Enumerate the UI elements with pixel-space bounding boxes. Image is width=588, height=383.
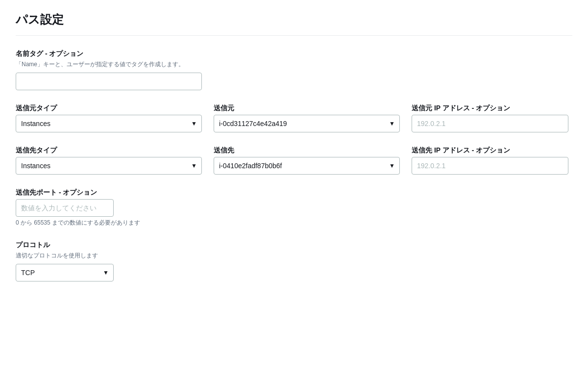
source-ip-input[interactable]	[412, 115, 568, 132]
dest-select[interactable]: i-0410e2fadf87b0b6f	[214, 157, 400, 175]
dest-port-label: 送信先ポート - オプション	[16, 188, 572, 197]
source-label: 送信元	[214, 104, 400, 113]
source-row: 送信元タイプ Instances VPC Subnets IP Addresse…	[16, 104, 572, 132]
source-type-select-wrapper: Instances VPC Subnets IP Addresses ▼	[16, 115, 202, 132]
page-container: パス設定 名前タグ - オプション 「Name」キーと、ユーザーが指定する値でタ…	[0, 0, 588, 383]
source-select-wrapper: i-0cd31127c4e42a419 ▼	[214, 115, 400, 132]
name-tag-description: 「Name」キーと、ユーザーが指定する値でタグを作成します。	[16, 60, 572, 69]
dest-type-label: 送信先タイプ	[16, 146, 202, 155]
source-type-group: 送信元タイプ Instances VPC Subnets IP Addresse…	[16, 104, 202, 132]
protocol-description: 適切なプロトコルを使用します	[16, 252, 572, 260]
dest-select-wrapper: i-0410e2fadf87b0b6f ▼	[214, 157, 400, 175]
dest-port-hint: 0 から 65535 までの数値にする必要があります	[16, 219, 572, 227]
protocol-section: プロコトル 適切なプロトコルを使用します TCP UDP ICMP ▼	[16, 241, 572, 281]
source-type-label: 送信元タイプ	[16, 104, 202, 113]
dest-port-section: 送信先ポート - オプション 0 から 65535 までの数値にする必要がありま…	[16, 188, 572, 227]
dest-port-input[interactable]	[16, 199, 114, 217]
source-ip-label: 送信元 IP アドレス - オプション	[412, 104, 568, 113]
dest-type-group: 送信先タイプ Instances VPC Subnets IP Addresse…	[16, 146, 202, 175]
dest-type-select[interactable]: Instances VPC Subnets IP Addresses	[16, 157, 202, 175]
dest-ip-label: 送信先 IP アドレス - オプション	[412, 146, 568, 155]
dest-group: 送信先 i-0410e2fadf87b0b6f ▼	[214, 146, 400, 175]
name-tag-input[interactable]	[16, 73, 202, 90]
protocol-select-wrapper: TCP UDP ICMP ▼	[16, 264, 114, 281]
dest-label: 送信先	[214, 146, 400, 155]
dest-type-select-wrapper: Instances VPC Subnets IP Addresses ▼	[16, 157, 202, 175]
source-group: 送信元 i-0cd31127c4e42a419 ▼	[214, 104, 400, 132]
page-title: パス設定	[16, 12, 572, 36]
protocol-select[interactable]: TCP UDP ICMP	[16, 264, 114, 281]
name-tag-section: 名前タグ - オプション 「Name」キーと、ユーザーが指定する値でタグを作成し…	[16, 50, 572, 90]
source-type-select[interactable]: Instances VPC Subnets IP Addresses	[16, 115, 202, 132]
name-tag-label: 名前タグ - オプション	[16, 50, 572, 58]
protocol-label: プロコトル	[16, 241, 572, 250]
dest-ip-input[interactable]	[412, 157, 568, 175]
source-select[interactable]: i-0cd31127c4e42a419	[214, 115, 400, 132]
dest-ip-group: 送信先 IP アドレス - オプション	[412, 146, 568, 175]
source-ip-group: 送信元 IP アドレス - オプション	[412, 104, 568, 132]
dest-row: 送信先タイプ Instances VPC Subnets IP Addresse…	[16, 146, 572, 175]
